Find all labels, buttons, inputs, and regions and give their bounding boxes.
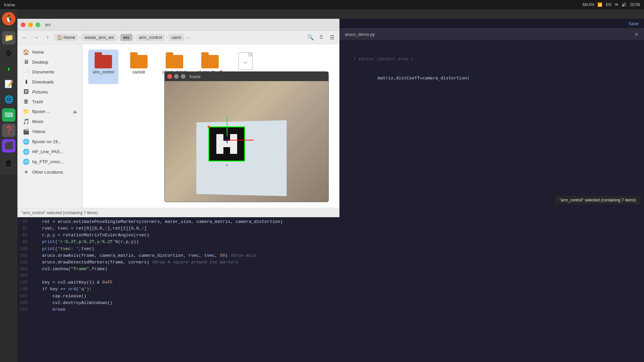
volume-icon: 🔊 [622,2,627,7]
line-code-107: cap.release() [32,293,339,300]
sidebar-item-documents[interactable]: 📄 Documents [19,67,81,77]
fm-search-button[interactable]: 🔍 [306,33,315,42]
code-line-106: 106 if key == ord('q'): [17,286,339,293]
fm-menu-button[interactable]: ☰ [327,33,337,42]
breadcrumb-more[interactable]: › [188,35,190,40]
code-line-109: 109 break [17,306,339,313]
line-code-99: print('r:%.2f,p:%.2f,y:%.2f'%(r,p,y)) [32,239,339,245]
frame-canvas [165,81,328,202]
dock-separator [4,28,14,28]
breadcrumb-uarm[interactable]: uarm [169,34,184,41]
sidebar-label-desktop: Desktop [32,60,48,65]
file-item-arm-control[interactable]: arm_control [88,50,118,84]
dock-icon-settings[interactable]: ⚙ [2,47,15,60]
breadcrumb: 🏠 Home › waste_arm_ws › src › arm_contro… [54,34,304,41]
sidebar-item-pictures[interactable]: 🖼 Pictures [19,87,81,97]
editor-panel: Save aruco_demo.py ✕ ( editor content ar… [339,19,644,362]
code-line-103: 103 cv2.imshow("frame",frame) [17,266,339,273]
dock-icon-apps[interactable]: ⬛ [2,139,15,153]
dock-icon-editor[interactable]: 📝 [2,77,15,91]
window-close-button[interactable] [21,22,25,27]
sidebar-item-hpline[interactable]: 🌐 HP_Line_PAS... [19,147,81,157]
sidebar-item-videos[interactable]: 🎬 Videos [19,127,81,136]
code-line-102: 102 aruco.drawDetectedMarkers(frame, cor… [17,259,339,266]
sidebar-item-ftpsrv[interactable]: 🌐 ftpuser on 19... [19,137,81,146]
folder-icon-xf-mic [201,52,219,68]
sidebar-item-desktop[interactable]: 🖥 Desktop [19,57,81,67]
sidebar-label-hpline: HP_Line_PAS... [32,149,63,154]
fm-forward-button[interactable]: → [32,33,41,42]
sidebar-label-hpftp: hp_FTP_cmcc... [32,159,64,164]
dock-icon-browser[interactable]: 🌐 [2,93,15,106]
code-line-97: 97 rvec, tvec = ret[0][0,0,:],ret[1][0,0… [17,225,339,232]
line-num-109: 109 [17,306,32,313]
line-num-97: 97 [17,225,32,232]
dock-icon-terminal[interactable]: ▮ [2,62,15,75]
breadcrumb-sep-2: › [118,35,119,40]
line-code-103: cv2.imshow("frame",frame) [32,266,339,273]
frame-minimize-button[interactable] [174,74,179,79]
desktop-icon: 🖥 [23,59,30,65]
dock-icon-files[interactable]: 📁 [2,31,15,45]
eject-icon[interactable]: ⏏ [73,109,77,114]
line-num-103: 103 [17,266,32,273]
file-name-arm-control: arm_control [93,70,114,75]
dock-icon-help[interactable]: ❓ [2,124,15,137]
sidebar-item-home[interactable]: 🏠 Home [19,47,81,57]
code-line-104: 104 [17,273,339,279]
fm-window-title: src [45,22,51,27]
dock-icon-code[interactable]: ⌨ [2,108,15,122]
fm-back-button[interactable]: ← [20,33,30,42]
clock: 20:59 [630,2,640,7]
fm-status-text: "arm_control" selected (containing 7 ite… [21,210,98,215]
frame-window: frame [164,71,329,202]
axis-origin-dot [226,164,228,166]
application-dock: 🐧 📁 ⚙ ▮ 📝 🌐 ⌨ ❓ ⬛ 🗑 [0,9,17,175]
mail-icon: ✉ [615,2,618,7]
network3-icon: 🌐 [23,159,30,165]
line-num-100: 100 [17,246,32,252]
breadcrumb-src[interactable]: src [120,34,132,41]
file-item-caclute[interactable]: caclute [124,50,154,84]
sidebar-item-ftpuser[interactable]: 📁 ftpuser ... ⏏ [19,107,81,116]
dock-icon-trash[interactable]: 🗑 [2,157,15,170]
camera-background [165,81,328,202]
frame-titlebar: frame [165,72,328,81]
editor-close-button[interactable]: ✕ [634,31,639,38]
fm-up-button[interactable]: ↑ [43,33,52,42]
window-minimize-button[interactable] [28,22,33,27]
fm-titlebar: src [17,19,339,31]
line-code-108: cv2.destroyAllWindows() [32,300,339,306]
sidebar-label-trash: Trash [32,99,43,104]
axis-blue [227,136,227,143]
sidebar-label-pictures: Pictures [32,89,48,95]
sidebar-item-hpftp[interactable]: 🌐 hp_FTP_cmcc... [19,157,81,167]
fm-view-button[interactable]: ⠿ [317,33,326,42]
sidebar-item-trash[interactable]: 🗑 Trash [19,97,81,106]
sidebar-item-downloads[interactable]: ⬇ Downloads [19,77,81,87]
sidebar-label-documents: Documents [32,69,54,74]
code-line-101: 101 aruco.drawAxis(frame, camera_matrix,… [17,252,339,259]
line-num-106: 106 [17,286,32,293]
music-icon: 🎵 [23,118,30,125]
window-maximize-button[interactable] [36,22,40,27]
code-line-98: 98 r,p,y = rotationMatrixToEulerAngles(r… [17,232,339,239]
nvidia-indicator: MAXN [583,2,594,7]
axis-red [227,140,254,140]
sidebar-item-other-locations[interactable]: + Other Locations [19,167,81,177]
save-button[interactable]: Save [629,21,639,26]
breadcrumb-arm-control[interactable]: arm_control [137,34,165,41]
sidebar-label-home: Home [32,50,44,55]
frame-window-title: frame [190,74,201,79]
sidebar-item-music[interactable]: 🎵 Music [19,117,81,126]
frame-maximize-button[interactable] [181,74,185,79]
dock-icon-ubuntu[interactable]: 🐧 [2,12,15,25]
pictures-icon: 🖼 [23,89,30,95]
frame-close-button[interactable] [167,74,172,79]
topbar-left: frame [4,2,15,7]
code-line-107: 107 cap.release() [17,293,339,300]
line-code-96: ret = aruco.estimatePoseSingleMarkers(co… [32,219,339,225]
line-num-105: 105 [17,279,32,286]
breadcrumb-home[interactable]: 🏠 Home [54,34,78,41]
breadcrumb-waste[interactable]: waste_arm_ws [82,34,116,41]
